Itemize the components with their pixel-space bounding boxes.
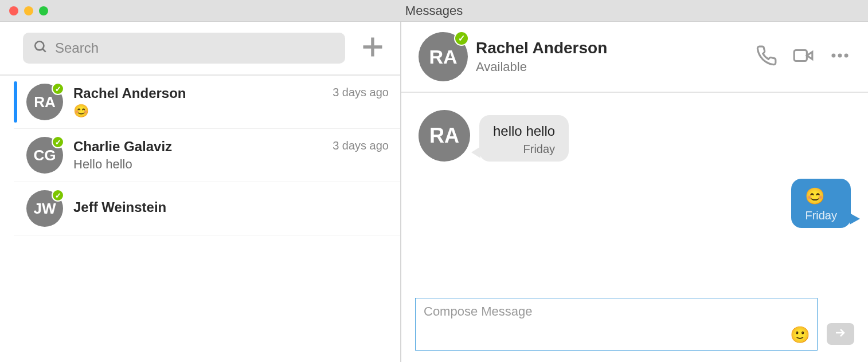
avatar: RA ✓ xyxy=(419,32,468,81)
search-box[interactable] xyxy=(23,33,345,64)
avatar: JW ✓ xyxy=(26,190,63,227)
message-text: hello hello xyxy=(493,123,555,139)
close-window-button[interactable] xyxy=(9,6,18,15)
chat-header-text: Rachel Anderson Available xyxy=(476,39,748,74)
more-options-button[interactable] xyxy=(829,45,851,69)
search-icon xyxy=(33,40,48,57)
send-button[interactable] xyxy=(827,323,854,345)
conversation-time: 3 days ago xyxy=(333,86,389,99)
avatar-initials: RA xyxy=(429,124,459,148)
chat-header: RA ✓ Rachel Anderson Available xyxy=(401,22,868,93)
emoji-icon: 🙂 xyxy=(790,326,810,344)
conversation-item[interactable]: JW ✓ Jeff Weinstein xyxy=(14,182,400,235)
window-title: Messages xyxy=(405,3,463,18)
conversation-body: Rachel Anderson 😊 xyxy=(73,85,333,119)
window-controls xyxy=(9,6,48,15)
svg-point-8 xyxy=(844,54,849,58)
conversation-preview: Hello hello xyxy=(73,157,333,172)
message-row-outgoing: 😊 Friday xyxy=(419,179,851,228)
conversation-body: Jeff Weinstein xyxy=(73,199,389,218)
titlebar: Messages xyxy=(0,0,868,22)
avatar: RA ✓ xyxy=(26,84,63,120)
message-list: RA hello hello Friday 😊 Friday xyxy=(401,93,868,288)
conversation-item[interactable]: RA ✓ Rachel Anderson 😊 3 days ago xyxy=(14,76,400,129)
compose-placeholder: Compose Message xyxy=(424,304,533,318)
svg-line-1 xyxy=(42,49,45,52)
plus-icon xyxy=(360,34,385,62)
new-conversation-button[interactable] xyxy=(357,32,389,64)
conversation-time: 3 days ago xyxy=(333,139,389,152)
presence-badge: ✓ xyxy=(52,136,64,148)
conversation-name: Jeff Weinstein xyxy=(73,199,389,215)
avatar-initials: RA xyxy=(429,46,457,68)
more-icon xyxy=(829,45,851,69)
chat-contact-name: Rachel Anderson xyxy=(476,39,748,57)
avatar: RA xyxy=(419,110,470,162)
avatar-initials: JW xyxy=(34,200,56,218)
presence-badge: ✓ xyxy=(454,31,469,46)
avatar-initials: CG xyxy=(34,147,56,164)
conversation-name: Charlie Galaviz xyxy=(73,139,333,155)
minimize-window-button[interactable] xyxy=(24,6,33,15)
conversation-preview: 😊 xyxy=(73,104,333,119)
video-icon xyxy=(792,45,814,69)
chat-pane: RA ✓ Rachel Anderson Available xyxy=(401,22,868,362)
maximize-window-button[interactable] xyxy=(39,6,48,15)
chat-contact-status: Available xyxy=(476,60,748,74)
conversation-list: RA ✓ Rachel Anderson 😊 3 days ago CG ✓ C… xyxy=(0,76,400,362)
video-call-button[interactable] xyxy=(792,45,814,69)
message-row-incoming: RA hello hello Friday xyxy=(419,110,851,162)
conversation-item[interactable]: CG ✓ Charlie Galaviz Hello hello 3 days … xyxy=(14,129,400,182)
presence-badge: ✓ xyxy=(52,189,64,202)
avatar: CG ✓ xyxy=(26,137,63,174)
emoji-picker-button[interactable]: 🙂 xyxy=(790,325,810,344)
sidebar: RA ✓ Rachel Anderson 😊 3 days ago CG ✓ C… xyxy=(0,22,401,362)
svg-rect-4 xyxy=(794,50,807,61)
search-input[interactable] xyxy=(55,40,335,56)
phone-icon xyxy=(756,45,777,69)
presence-badge: ✓ xyxy=(52,82,64,95)
svg-point-6 xyxy=(831,54,835,58)
compose-input[interactable]: Compose Message 🙂 xyxy=(415,298,818,351)
active-indicator xyxy=(14,81,17,123)
message-time: Friday xyxy=(805,209,837,222)
audio-call-button[interactable] xyxy=(756,45,777,69)
search-row xyxy=(0,22,400,76)
svg-point-7 xyxy=(838,54,842,58)
message-bubble[interactable]: 😊 Friday xyxy=(791,179,851,228)
message-text: 😊 xyxy=(805,187,837,206)
conversation-body: Charlie Galaviz Hello hello xyxy=(73,139,333,172)
avatar-initials: RA xyxy=(34,93,56,111)
message-bubble[interactable]: hello hello Friday xyxy=(479,115,569,162)
send-icon xyxy=(834,326,847,342)
composer: Compose Message 🙂 xyxy=(401,288,868,362)
svg-point-0 xyxy=(35,41,44,50)
message-time: Friday xyxy=(493,143,555,156)
chat-header-actions xyxy=(756,45,851,69)
conversation-name: Rachel Anderson xyxy=(73,85,333,101)
